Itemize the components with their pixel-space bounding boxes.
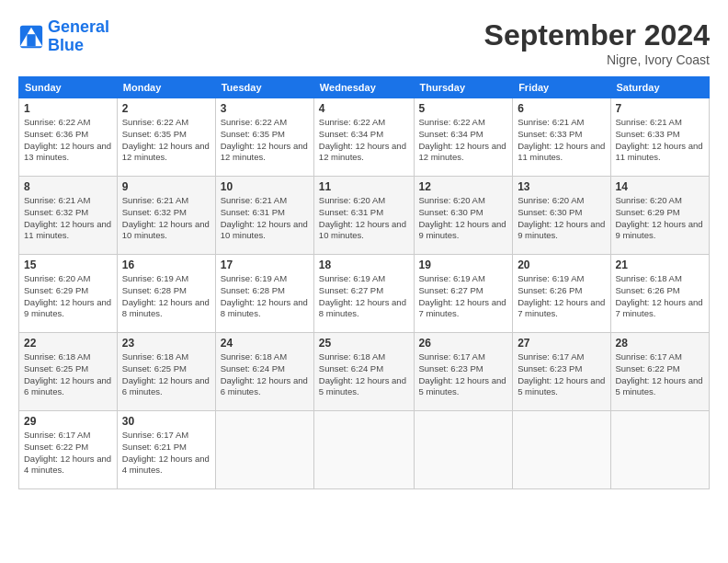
day-number: 2: [122, 102, 210, 115]
calendar-cell: 30 Sunrise: 6:17 AM Sunset: 6:21 PM Dayl…: [117, 411, 215, 489]
sunrise: Sunrise: 6:17 AM: [518, 351, 605, 363]
day-number: 13: [518, 180, 605, 193]
sunrise: Sunrise: 6:17 AM: [24, 430, 112, 442]
daylight: Daylight: 12 hours and 11 minutes.: [518, 141, 605, 165]
sunrise: Sunrise: 6:21 AM: [221, 195, 309, 207]
day-number: 18: [319, 259, 409, 271]
day-header-wednesday: Wednesday: [313, 77, 414, 98]
day-info: Sunrise: 6:22 AM Sunset: 6:36 PM Dayligh…: [24, 117, 112, 164]
daylight: Daylight: 12 hours and 4 minutes.: [24, 454, 112, 477]
sunrise: Sunrise: 6:18 AM: [221, 351, 309, 363]
calendar-cell: 21 Sunrise: 6:18 AM Sunset: 6:26 PM Dayl…: [610, 255, 710, 333]
daylight: Daylight: 12 hours and 12 minutes.: [419, 141, 508, 165]
calendar-cell: 18 Sunrise: 6:19 AM Sunset: 6:27 PM Dayl…: [313, 255, 414, 333]
daylight: Daylight: 12 hours and 6 minutes.: [221, 375, 309, 399]
sunrise: Sunrise: 6:21 AM: [518, 117, 605, 129]
week-row-1: 1 Sunrise: 6:22 AM Sunset: 6:36 PM Dayli…: [19, 98, 710, 177]
sunrise: Sunrise: 6:22 AM: [221, 117, 309, 129]
sunset: Sunset: 6:23 PM: [419, 363, 508, 375]
day-number: 21: [616, 259, 705, 271]
sunset: Sunset: 6:21 PM: [122, 442, 210, 454]
sunrise: Sunrise: 6:19 AM: [122, 273, 210, 285]
sunset: Sunset: 6:26 PM: [616, 285, 705, 297]
sunrise: Sunrise: 6:20 AM: [419, 195, 508, 207]
sunrise: Sunrise: 6:19 AM: [221, 273, 309, 285]
day-number: 22: [24, 337, 112, 350]
sunrise: Sunrise: 6:22 AM: [319, 117, 409, 129]
sunrise: Sunrise: 6:20 AM: [24, 273, 112, 285]
daylight: Daylight: 12 hours and 10 minutes.: [319, 219, 409, 243]
day-info: Sunrise: 6:18 AM Sunset: 6:24 PM Dayligh…: [319, 351, 409, 398]
daylight: Daylight: 12 hours and 9 minutes.: [24, 297, 112, 321]
day-number: 9: [122, 180, 210, 193]
day-number: 10: [221, 180, 309, 193]
daylight: Daylight: 12 hours and 8 minutes.: [319, 297, 409, 321]
daylight: Daylight: 12 hours and 13 minutes.: [24, 141, 112, 165]
calendar-cell: 23 Sunrise: 6:18 AM Sunset: 6:25 PM Dayl…: [117, 333, 215, 411]
month-title: September 2024: [484, 18, 710, 52]
day-info: Sunrise: 6:20 AM Sunset: 6:29 PM Dayligh…: [616, 195, 705, 242]
sunset: Sunset: 6:30 PM: [518, 207, 605, 219]
day-info: Sunrise: 6:18 AM Sunset: 6:24 PM Dayligh…: [221, 351, 309, 398]
sunset: Sunset: 6:24 PM: [221, 363, 309, 375]
page: General Blue September 2024 Nigre, Ivory…: [0, 0, 728, 563]
day-number: 23: [122, 337, 210, 350]
calendar-cell: [414, 411, 513, 489]
day-info: Sunrise: 6:22 AM Sunset: 6:34 PM Dayligh…: [419, 117, 508, 164]
sunrise: Sunrise: 6:19 AM: [518, 273, 605, 285]
sunrise: Sunrise: 6:22 AM: [122, 117, 210, 129]
sunrise: Sunrise: 6:17 AM: [122, 430, 210, 442]
day-number: 28: [616, 337, 705, 350]
calendar-cell: [313, 411, 414, 489]
day-info: Sunrise: 6:22 AM Sunset: 6:34 PM Dayligh…: [319, 117, 409, 164]
day-info: Sunrise: 6:17 AM Sunset: 6:21 PM Dayligh…: [122, 430, 210, 477]
daylight: Daylight: 12 hours and 5 minutes.: [616, 375, 705, 399]
day-info: Sunrise: 6:17 AM Sunset: 6:23 PM Dayligh…: [419, 351, 508, 398]
day-number: 20: [518, 259, 605, 271]
calendar-cell: 5 Sunrise: 6:22 AM Sunset: 6:34 PM Dayli…: [414, 98, 513, 177]
sunset: Sunset: 6:36 PM: [24, 129, 112, 141]
calendar-cell: 7 Sunrise: 6:21 AM Sunset: 6:33 PM Dayli…: [610, 98, 710, 177]
daylight: Daylight: 12 hours and 11 minutes.: [616, 141, 705, 165]
sunset: Sunset: 6:32 PM: [122, 207, 210, 219]
sunrise: Sunrise: 6:20 AM: [319, 195, 409, 207]
sunset: Sunset: 6:22 PM: [24, 442, 112, 454]
day-info: Sunrise: 6:22 AM Sunset: 6:35 PM Dayligh…: [122, 117, 210, 164]
calendar-cell: 4 Sunrise: 6:22 AM Sunset: 6:34 PM Dayli…: [313, 98, 414, 177]
day-number: 24: [221, 337, 309, 350]
day-number: 15: [24, 259, 112, 271]
calendar-cell: 20 Sunrise: 6:19 AM Sunset: 6:26 PM Dayl…: [513, 255, 610, 333]
sunset: Sunset: 6:24 PM: [319, 363, 409, 375]
day-info: Sunrise: 6:20 AM Sunset: 6:29 PM Dayligh…: [24, 273, 112, 320]
week-row-3: 15 Sunrise: 6:20 AM Sunset: 6:29 PM Dayl…: [19, 255, 710, 333]
sunset: Sunset: 6:31 PM: [319, 207, 409, 219]
calendar-cell: 17 Sunrise: 6:19 AM Sunset: 6:28 PM Dayl…: [215, 255, 313, 333]
day-header-sunday: Sunday: [19, 77, 118, 98]
sunset: Sunset: 6:22 PM: [616, 363, 705, 375]
logo: General Blue: [18, 18, 109, 55]
day-info: Sunrise: 6:20 AM Sunset: 6:30 PM Dayligh…: [518, 195, 605, 242]
svg-rect-2: [27, 34, 35, 46]
calendar-cell: [215, 411, 313, 489]
daylight: Daylight: 12 hours and 6 minutes.: [24, 375, 112, 399]
calendar-cell: 2 Sunrise: 6:22 AM Sunset: 6:35 PM Dayli…: [117, 98, 215, 177]
calendar-cell: 12 Sunrise: 6:20 AM Sunset: 6:30 PM Dayl…: [414, 177, 513, 255]
sunset: Sunset: 6:33 PM: [518, 129, 605, 141]
daylight: Daylight: 12 hours and 11 minutes.: [24, 219, 112, 243]
calendar-cell: 13 Sunrise: 6:20 AM Sunset: 6:30 PM Dayl…: [513, 177, 610, 255]
day-info: Sunrise: 6:22 AM Sunset: 6:35 PM Dayligh…: [221, 117, 309, 164]
sunset: Sunset: 6:28 PM: [122, 285, 210, 297]
sunrise: Sunrise: 6:21 AM: [122, 195, 210, 207]
day-number: 26: [419, 337, 508, 350]
day-header-thursday: Thursday: [414, 77, 513, 98]
header: General Blue September 2024 Nigre, Ivory…: [18, 18, 710, 67]
week-row-4: 22 Sunrise: 6:18 AM Sunset: 6:25 PM Dayl…: [19, 333, 710, 411]
logo-text: General Blue: [48, 18, 109, 55]
week-row-5: 29 Sunrise: 6:17 AM Sunset: 6:22 PM Dayl…: [19, 411, 710, 489]
day-header-monday: Monday: [117, 77, 215, 98]
sunset: Sunset: 6:34 PM: [319, 129, 409, 141]
daylight: Daylight: 12 hours and 12 minutes.: [319, 141, 409, 165]
calendar-cell: 3 Sunrise: 6:22 AM Sunset: 6:35 PM Dayli…: [215, 98, 313, 177]
day-number: 25: [319, 337, 409, 350]
calendar-cell: 26 Sunrise: 6:17 AM Sunset: 6:23 PM Dayl…: [414, 333, 513, 411]
